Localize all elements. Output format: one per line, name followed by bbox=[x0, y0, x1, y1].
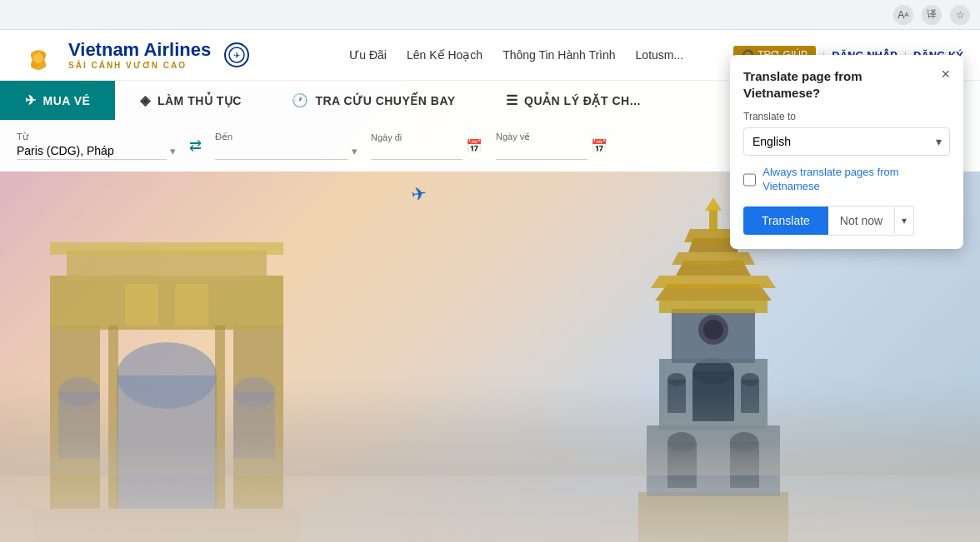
checkin-icon: ◈ bbox=[140, 92, 151, 108]
list-icon: ☰ bbox=[506, 92, 518, 108]
language-select-wrapper: English ▾ bbox=[743, 127, 950, 156]
to-field: Đến ▾ bbox=[215, 132, 358, 160]
nav-uu-dai[interactable]: Ưu Đãi bbox=[349, 48, 387, 62]
tab-lam-thu-tuc[interactable]: ◈ LÀM THỦ TỤC bbox=[115, 81, 266, 120]
not-now-group: Not now ▾ bbox=[828, 206, 914, 236]
nav-len-ke-hoach[interactable]: Lên Kế Hoạch bbox=[407, 48, 482, 62]
logo-area: Vietnam Airlines SÁI CÁNH VƯƠN CAO ✈ bbox=[17, 37, 249, 73]
depart-label: Ngày đi bbox=[371, 132, 462, 142]
website-content: ✈ Vietnam Airlines SÁI CÁNH VƯƠN CAO bbox=[0, 30, 980, 542]
svg-point-28 bbox=[741, 373, 759, 386]
depart-input[interactable] bbox=[371, 142, 462, 160]
airline-name: Vietnam Airlines bbox=[68, 40, 211, 60]
svg-marker-38 bbox=[705, 197, 722, 211]
tab-tra-cuu[interactable]: 🕐 TRA CỨU CHUYẾN BAY bbox=[267, 81, 481, 120]
translate-actions: Translate Not now ▾ bbox=[743, 206, 950, 236]
svg-rect-37 bbox=[709, 209, 718, 232]
to-label: Đến bbox=[215, 132, 358, 142]
svg-point-26 bbox=[668, 373, 686, 386]
logo-text: Vietnam Airlines SÁI CÁNH VƯƠN CAO bbox=[68, 40, 211, 69]
lotus-logo bbox=[17, 37, 60, 73]
from-field: Từ ▾ bbox=[17, 132, 176, 160]
return-field: Ngày về 📅 bbox=[496, 132, 608, 160]
always-translate-checkbox[interactable] bbox=[743, 173, 756, 186]
font-size-icon[interactable]: AA bbox=[893, 5, 913, 25]
to-dropdown-btn[interactable]: ▾ bbox=[352, 145, 358, 157]
translate-popup-title: Translate page from Vietnamese? bbox=[743, 68, 941, 101]
translate-popup-header: Translate page from Vietnamese? × bbox=[743, 68, 950, 101]
tab-quan-ly[interactable]: ☰ QUẢN LÝ ĐẶT CH... bbox=[481, 81, 666, 120]
translate-popup: Translate page from Vietnamese? × Transl… bbox=[730, 55, 963, 249]
svg-rect-30 bbox=[659, 301, 768, 313]
nav-lotus[interactable]: Lotusm... bbox=[636, 48, 684, 62]
main-navigation: Ưu Đãi Lên Kế Hoạch Thông Tin Hành Trình… bbox=[249, 48, 733, 62]
nav-thong-tin[interactable]: Thông Tin Hành Trình bbox=[502, 48, 615, 62]
svg-point-46 bbox=[33, 53, 43, 63]
return-calendar-icon[interactable]: 📅 bbox=[591, 138, 608, 154]
return-label: Ngày về bbox=[496, 132, 588, 142]
to-input[interactable] bbox=[215, 142, 348, 160]
svg-rect-10 bbox=[67, 251, 267, 280]
svg-text:✈: ✈ bbox=[233, 51, 240, 60]
swap-airports-button[interactable]: ⇄ bbox=[189, 137, 202, 155]
airline-tagline: SÁI CÁNH VƯƠN CAO bbox=[68, 61, 211, 70]
browser-toolbar: AA 译 ☆ bbox=[0, 0, 980, 30]
tab-mua-ve[interactable]: ✈ MUA VÉ bbox=[0, 81, 115, 120]
svg-rect-12 bbox=[125, 284, 158, 326]
svg-rect-13 bbox=[175, 284, 208, 326]
svg-rect-3 bbox=[50, 276, 283, 330]
return-input[interactable] bbox=[496, 142, 588, 160]
svg-rect-11 bbox=[50, 242, 283, 255]
plane-icon: ✈ bbox=[25, 92, 37, 108]
translate-browser-icon[interactable]: 译 bbox=[922, 5, 942, 25]
logo-emblem: ✈ bbox=[224, 42, 249, 67]
not-now-dropdown-button[interactable]: ▾ bbox=[894, 207, 913, 234]
clock-icon: 🕐 bbox=[292, 92, 309, 108]
bookmark-icon[interactable]: ☆ bbox=[950, 5, 970, 25]
from-label: Từ bbox=[17, 132, 176, 142]
calendar-icon[interactable]: 📅 bbox=[466, 138, 482, 154]
svg-marker-32 bbox=[651, 276, 776, 288]
from-input[interactable] bbox=[17, 142, 167, 160]
from-dropdown-btn[interactable]: ▾ bbox=[170, 145, 176, 157]
svg-marker-34 bbox=[672, 252, 755, 265]
translate-to-label: Translate to bbox=[743, 111, 950, 122]
translate-popup-close-button[interactable]: × bbox=[941, 67, 950, 82]
depart-field: Ngày đi 📅 bbox=[371, 132, 482, 160]
translate-button[interactable]: Translate bbox=[743, 206, 828, 235]
not-now-button[interactable]: Not now bbox=[828, 206, 894, 235]
always-translate-row: Always translate pages from Vietnamese bbox=[743, 166, 950, 194]
svg-point-40 bbox=[703, 320, 723, 340]
always-translate-label[interactable]: Always translate pages from Vietnamese bbox=[762, 166, 950, 194]
language-select[interactable]: English bbox=[743, 127, 950, 156]
